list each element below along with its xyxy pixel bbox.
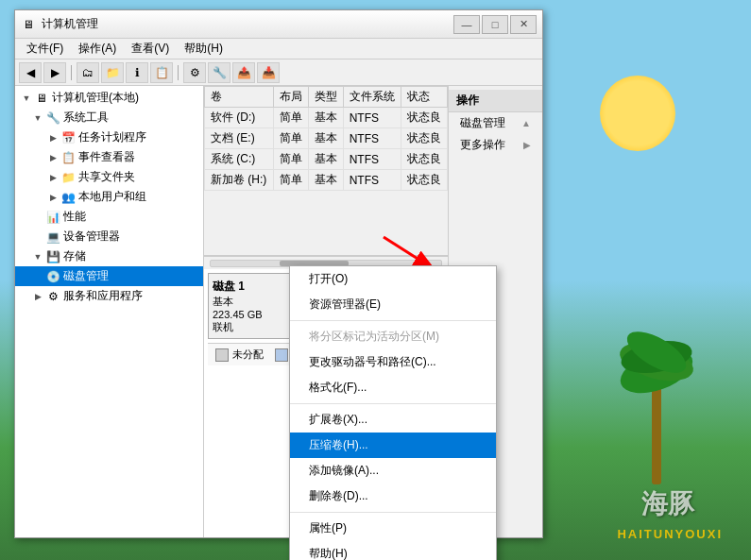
cell-type: 基本: [308, 149, 343, 170]
context-menu-item----p-[interactable]: 属性(P): [290, 516, 496, 541]
col-status: 状态: [401, 87, 447, 108]
toggle-task-scheduler[interactable]: ▶: [45, 130, 60, 145]
context-menu-item-----------c----[interactable]: 更改驱动器号和路径(C)...: [290, 349, 496, 375]
forward-button[interactable]: ▶: [43, 62, 66, 83]
col-volume: 卷: [205, 87, 274, 108]
legend-box-unalloc: [215, 348, 229, 362]
watermark-text: 海豚: [641, 486, 694, 522]
toggle-system-tools[interactable]: ▼: [30, 110, 45, 126]
sidebar-item-services[interactable]: ▶ ⚙ 服务和应用程序: [15, 286, 203, 306]
ops-more-label: 更多操作: [460, 137, 505, 153]
cell-status: 状态良: [401, 149, 447, 170]
sidebar-item-disk-mgmt[interactable]: 💿 磁盘管理: [15, 266, 203, 286]
cell-vol: 新加卷 (H:): [205, 170, 274, 191]
action-button-2[interactable]: 🔧: [208, 62, 230, 83]
sidebar-item-storage[interactable]: ▼ 💾 存储: [15, 246, 203, 266]
toolbar: ◀ ▶ 🗂 📁 ℹ 📋 ⚙ 🔧 📤 📥: [15, 59, 542, 86]
ops-disk-mgmt[interactable]: 磁盘管理 ▲: [449, 112, 542, 134]
context-menu-item-----x----[interactable]: 扩展卷(X)...: [290, 407, 496, 433]
action-button-4[interactable]: 📥: [257, 62, 280, 83]
task-scheduler-icon: 📅: [60, 130, 76, 145]
table-row[interactable]: 新加卷 (H:)简单基本NTFS状态良: [205, 170, 448, 191]
shared-folders-icon: 📁: [60, 170, 76, 185]
volume-table-container[interactable]: 卷 布局 类型 文件系统 状态 软件 (D:)简单基本NTFS状态良文档 (E:…: [204, 86, 448, 256]
col-layout: 布局: [273, 87, 308, 108]
close-button[interactable]: ✕: [510, 15, 537, 34]
action-button-3[interactable]: 📤: [232, 62, 255, 83]
menu-item-帮助H[interactable]: 帮助(H): [177, 39, 230, 59]
storage-icon: 💾: [45, 249, 60, 264]
sidebar-item-root[interactable]: ▼ 🖥 计算机管理(本地): [15, 88, 203, 108]
sidebar-performance-label: 性能: [63, 209, 86, 225]
cell-vol: 系统 (C:): [205, 149, 274, 170]
ops-more-arrow: ▶: [523, 140, 531, 150]
sidebar-device-manager-label: 设备管理器: [63, 229, 120, 245]
ops-header: 操作: [449, 90, 542, 112]
cell-vol: 文档 (E:): [205, 128, 274, 149]
titlebar: 🖥 计算机管理 — □ ✕: [15, 10, 542, 39]
menu-item-文件F[interactable]: 文件(F): [19, 39, 71, 59]
main-window: 🖥 计算机管理 — □ ✕ 文件(F)操作(A)查看(V)帮助(H) ◀ ▶ 🗂…: [14, 9, 543, 538]
col-type: 类型: [308, 87, 343, 108]
toggle-services[interactable]: ▶: [30, 289, 45, 304]
ops-more[interactable]: 更多操作 ▶: [449, 134, 542, 156]
legend-unalloc: 未分配: [215, 348, 264, 362]
cell-fs: NTFS: [343, 128, 401, 149]
cell-layout: 简单: [273, 108, 308, 128]
cell-status: 状态良: [401, 128, 447, 149]
info-button[interactable]: ℹ: [126, 62, 148, 83]
minimize-button[interactable]: —: [453, 15, 480, 34]
context-menu-item----h-[interactable]: 帮助(H): [290, 541, 496, 560]
cell-status: 状态良: [401, 170, 447, 191]
cell-fs: NTFS: [343, 108, 401, 128]
sidebar-services-label: 服务和应用程序: [63, 288, 143, 304]
cell-type: 基本: [308, 170, 343, 191]
legend-label-unalloc: 未分配: [232, 348, 264, 362]
table-row[interactable]: 软件 (D:)简单基本NTFS状态良: [205, 108, 448, 128]
cell-fs: NTFS: [343, 149, 401, 170]
toggle-local-users[interactable]: ▶: [45, 190, 60, 205]
table-row[interactable]: 文档 (E:)简单基本NTFS状态良: [205, 128, 448, 149]
sidebar-item-event-viewer[interactable]: ▶ 📋 事件查看器: [15, 147, 203, 167]
local-users-icon: 👥: [60, 190, 76, 205]
cell-type: 基本: [308, 108, 343, 128]
up-button[interactable]: 🗂: [77, 62, 99, 83]
sidebar-item-device-manager[interactable]: 💻 设备管理器: [15, 227, 203, 246]
table-row[interactable]: 系统 (C:)简单基本NTFS状态良: [205, 149, 448, 170]
toggle-root[interactable]: ▼: [19, 91, 34, 106]
disk-name: 磁盘 1: [213, 279, 288, 295]
sidebar-item-task-scheduler[interactable]: ▶ 📅 任务计划程序: [15, 127, 203, 147]
context-menu-item----o-[interactable]: 打开(O): [290, 266, 496, 292]
maximize-button[interactable]: □: [482, 15, 508, 34]
view-button[interactable]: 📋: [150, 62, 173, 83]
disk-size: 223.45 GB: [213, 309, 288, 320]
context-menu-item------------m-: 将分区标记为活动分区(M): [290, 324, 496, 349]
context-menu-item-----d----[interactable]: 删除卷(D)...: [290, 484, 496, 509]
folder-button[interactable]: 📁: [101, 62, 124, 83]
sidebar-item-local-users[interactable]: ▶ 👥 本地用户和组: [15, 187, 203, 207]
disk-info: 磁盘 1 基本 223.45 GB 联机: [208, 273, 293, 339]
context-menu-item-----h----[interactable]: 压缩卷(H)...: [290, 433, 496, 458]
legend-box-primary: [275, 348, 288, 362]
sidebar-item-shared-folders[interactable]: ▶ 📁 共享文件夹: [15, 167, 203, 187]
ops-disk-mgmt-label: 磁盘管理: [460, 115, 505, 131]
palm-tree-decoration: [600, 296, 713, 484]
toolbar-separator-1: [71, 65, 72, 80]
menu-item-操作A[interactable]: 操作(A): [71, 39, 124, 59]
sidebar-task-scheduler-label: 任务计划程序: [78, 129, 146, 145]
sidebar-item-performance[interactable]: 📊 性能: [15, 207, 203, 227]
action-button-1[interactable]: ⚙: [183, 62, 206, 83]
cell-layout: 简单: [273, 149, 308, 170]
toggle-storage[interactable]: ▼: [30, 249, 45, 264]
context-menu-item-----f----[interactable]: 格式化(F)...: [290, 375, 496, 400]
context-menu-item-------e-[interactable]: 资源管理器(E): [290, 292, 496, 317]
context-menu-item------a----[interactable]: 添加镜像(A)...: [290, 458, 496, 484]
toggle-shared-folders[interactable]: ▶: [45, 170, 60, 185]
disk-type: 基本: [213, 295, 288, 309]
toggle-event-viewer[interactable]: ▶: [45, 150, 60, 165]
sidebar-item-system-tools[interactable]: ▼ 🔧 系统工具: [15, 108, 203, 127]
back-button[interactable]: ◀: [19, 62, 42, 83]
menu-item-查看V[interactable]: 查看(V): [124, 39, 177, 59]
window-controls: — □ ✕: [453, 15, 537, 34]
cell-type: 基本: [308, 128, 343, 149]
